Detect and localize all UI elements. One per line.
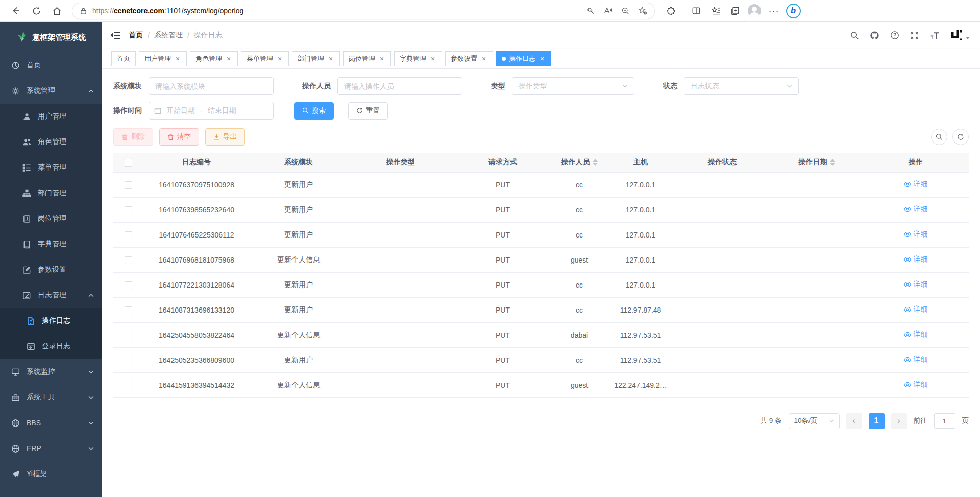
delete-button[interactable]: 删除 (113, 128, 153, 146)
page-size-select[interactable]: 10条/页 (789, 413, 840, 429)
tag-user-manage[interactable]: 用户管理× (139, 51, 187, 66)
detail-link[interactable]: 详细 (904, 355, 928, 364)
row-checkbox[interactable] (125, 256, 132, 264)
clear-button[interactable]: 清空 (159, 128, 199, 146)
help-icon[interactable] (890, 31, 899, 40)
detail-link[interactable]: 详细 (904, 180, 928, 189)
github-icon[interactable] (870, 31, 879, 40)
status-select[interactable]: 日志状态 (684, 77, 799, 95)
row-checkbox[interactable] (125, 231, 132, 239)
sidebar-item-bbs[interactable]: BBS (0, 410, 102, 436)
sidebar-item-post-manage[interactable]: 岗位管理 (0, 206, 102, 231)
sidebar-item-yi-framework[interactable]: Yi框架 (0, 461, 102, 487)
favorite-star-icon[interactable] (635, 3, 650, 18)
user-avatar-logo[interactable] (950, 29, 970, 41)
sidebar-item-dict-manage[interactable]: 字典管理 (0, 231, 102, 257)
bing-chat-icon[interactable]: b (785, 2, 802, 19)
detail-link[interactable]: 详细 (904, 305, 928, 314)
lock-icon[interactable] (80, 7, 87, 15)
browser-menu-icon[interactable]: ··· (765, 2, 782, 19)
breadcrumb-home[interactable]: 首页 (129, 31, 143, 40)
close-icon[interactable]: × (480, 55, 487, 62)
col-operator[interactable]: 操作人员 (551, 153, 607, 172)
next-page-button[interactable]: › (891, 413, 907, 429)
detail-link[interactable]: 详细 (904, 255, 928, 264)
row-checkbox[interactable] (125, 281, 132, 289)
sidebar-item-log-manage[interactable]: 日志管理 (0, 282, 102, 308)
read-aloud-icon[interactable] (600, 3, 616, 18)
sidebar-item-system-manage[interactable]: 系统管理 (0, 78, 102, 104)
detail-link[interactable]: 详细 (904, 380, 928, 389)
tag-param-settings[interactable]: 参数设置× (445, 51, 493, 66)
sidebar-item-erp[interactable]: ERP (0, 436, 102, 461)
row-checkbox[interactable] (125, 181, 132, 189)
tag-dict-manage[interactable]: 字典管理× (394, 51, 442, 66)
close-icon[interactable]: × (276, 55, 283, 62)
sidebar-item-param-settings[interactable]: 参数设置 (0, 257, 102, 282)
sidebar-item-user-manage[interactable]: 用户管理 (0, 104, 102, 129)
browser-back-button[interactable] (7, 2, 24, 19)
refresh-table-button[interactable] (952, 129, 969, 145)
operator-input[interactable] (337, 77, 462, 95)
browser-refresh-button[interactable] (28, 2, 45, 19)
sidebar-item-dept-manage[interactable]: 部门管理 (0, 180, 102, 206)
prev-page-button[interactable]: ‹ (846, 413, 862, 429)
show-search-toggle-button[interactable] (931, 129, 947, 145)
goto-page-input[interactable] (934, 413, 955, 429)
detail-link[interactable]: 详细 (904, 230, 928, 239)
collections-icon[interactable] (726, 2, 744, 19)
row-checkbox[interactable] (125, 382, 132, 389)
close-icon[interactable]: × (429, 55, 436, 62)
split-screen-icon[interactable] (688, 2, 705, 19)
sort-caret-icon[interactable] (830, 159, 835, 166)
close-icon[interactable]: × (225, 55, 232, 62)
favorites-bar-icon[interactable] (707, 2, 724, 19)
zoom-out-icon[interactable] (618, 3, 633, 18)
row-checkbox[interactable] (125, 357, 132, 364)
reset-button[interactable]: 重置 (348, 102, 388, 120)
sidebar-item-system-monitor[interactable]: 系统监控 (0, 359, 102, 385)
detail-link[interactable]: 详细 (904, 280, 928, 289)
tag-home[interactable]: 首页 (111, 51, 136, 66)
select-all-checkbox[interactable] (125, 159, 132, 167)
sidebar-item-menu-manage[interactable]: 菜单管理 (0, 155, 102, 180)
breadcrumb-parent[interactable]: 系统管理 (154, 31, 183, 40)
sidebar-item-home[interactable]: 首页 (0, 53, 102, 78)
search-button[interactable]: 搜索 (294, 102, 334, 120)
sort-caret-icon[interactable] (593, 159, 598, 166)
module-input[interactable] (149, 77, 274, 95)
col-date[interactable]: 操作日期 (771, 153, 863, 172)
password-key-icon[interactable] (583, 3, 598, 18)
sidebar-item-system-tools[interactable]: 系统工具 (0, 385, 102, 410)
tag-post-manage[interactable]: 岗位管理× (343, 51, 391, 66)
row-checkbox[interactable] (125, 306, 132, 314)
close-icon[interactable]: × (174, 55, 181, 62)
page-1-button[interactable]: 1 (869, 413, 885, 429)
row-checkbox[interactable] (125, 206, 132, 214)
sidebar-item-oper-log[interactable]: 操作日志 (0, 308, 102, 334)
app-logo[interactable]: 意框架管理系统 (0, 22, 102, 53)
export-button[interactable]: 导出 (205, 128, 245, 146)
date-range-picker[interactable]: 开始日期 - 结束日期 (149, 102, 274, 120)
font-size-icon[interactable] (929, 31, 940, 40)
extensions-icon[interactable] (662, 2, 679, 19)
tag-oper-log[interactable]: 操作日志× (496, 51, 551, 66)
header-search-icon[interactable] (850, 31, 859, 40)
close-icon[interactable]: × (327, 55, 334, 62)
tag-dept-manage[interactable]: 部门管理× (292, 51, 340, 66)
detail-link[interactable]: 详细 (904, 205, 928, 214)
type-select[interactable]: 操作类型 (512, 77, 634, 95)
tag-menu-manage[interactable]: 菜单管理× (241, 51, 289, 66)
close-icon[interactable]: × (378, 55, 385, 62)
sidebar-item-login-log[interactable]: 登录日志 (0, 334, 102, 359)
tag-role-manage[interactable]: 角色管理× (190, 51, 238, 66)
sidebar-item-role-manage[interactable]: 角色管理 (0, 129, 102, 155)
detail-link[interactable]: 详细 (904, 330, 928, 339)
address-bar[interactable]: https://ccnetcore.com:1101/system/log/op… (72, 3, 654, 19)
browser-home-button[interactable] (48, 2, 65, 19)
sidebar-fold-icon[interactable] (110, 31, 120, 40)
fullscreen-icon[interactable] (910, 31, 919, 40)
browser-profile-avatar[interactable] (746, 2, 763, 19)
close-icon[interactable]: × (538, 55, 546, 62)
row-checkbox[interactable] (125, 332, 132, 339)
